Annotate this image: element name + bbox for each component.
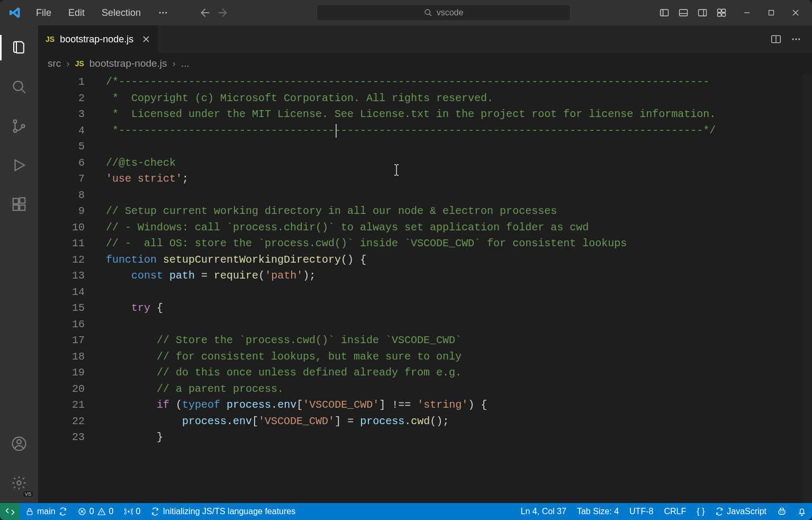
line-number: 10 — [38, 220, 85, 236]
activity-settings-icon[interactable]: VS — [6, 470, 32, 496]
line-number: 12 — [38, 252, 85, 268]
code-line[interactable]: //@ts-check — [106, 155, 812, 172]
customize-layout-icon[interactable] — [712, 5, 730, 20]
code-line[interactable] — [106, 187, 812, 204]
svg-rect-9 — [699, 10, 707, 16]
toggle-secondary-sidebar-icon[interactable] — [693, 5, 711, 20]
warning-icon — [97, 507, 106, 516]
code-line[interactable]: /*--------------------------------------… — [106, 74, 812, 91]
window-minimize-icon[interactable] — [735, 0, 759, 25]
svg-rect-16 — [769, 11, 774, 15]
window-close-icon[interactable] — [783, 0, 808, 25]
text-editor[interactable]: 1234567891011121314151617181920212223 /*… — [38, 74, 812, 503]
status-remote-icon[interactable] — [0, 503, 20, 520]
lock-icon — [25, 507, 34, 516]
code-line[interactable]: *---------------------------------------… — [106, 123, 812, 139]
menu-file[interactable]: File — [30, 5, 58, 21]
tab-bootstrap-node-js[interactable]: JS bootstrap-node.js — [38, 25, 158, 53]
activity-accounts-icon[interactable] — [6, 431, 32, 456]
code-line[interactable]: // do this once unless defined already f… — [106, 365, 812, 381]
line-number: 18 — [38, 349, 85, 365]
breadcrumb-file[interactable]: bootstrap-node.js — [89, 58, 167, 69]
breadcrumb-src[interactable]: src — [48, 58, 61, 69]
tab-close-icon[interactable] — [142, 35, 150, 43]
svg-point-38 — [782, 512, 783, 513]
svg-rect-14 — [722, 13, 726, 16]
sync-icon — [715, 507, 724, 516]
svg-rect-23 — [20, 205, 25, 210]
error-icon — [78, 507, 86, 516]
code-line[interactable] — [106, 317, 812, 333]
status-cursor-position[interactable]: Ln 4, Col 37 — [516, 503, 572, 520]
code-line[interactable]: } — [106, 429, 812, 446]
line-number: 20 — [38, 381, 85, 398]
toggle-panel-icon[interactable] — [674, 5, 692, 20]
editor-content[interactable]: /*--------------------------------------… — [106, 74, 812, 446]
code-line[interactable]: function setupCurrentWorkingDirectory() … — [106, 252, 812, 268]
code-line[interactable]: const path = require('path'); — [106, 268, 812, 284]
status-eol[interactable]: CRLF — [658, 503, 691, 520]
code-line[interactable]: // - Windows: call `process.chdir()` to … — [106, 220, 812, 236]
code-line[interactable]: // Store the `process.cwd()` inside `VSC… — [106, 333, 812, 349]
code-line[interactable]: * Copyright (c) Microsoft Corporation. A… — [106, 91, 812, 107]
text-cursor — [336, 124, 337, 138]
activity-extensions-icon[interactable] — [6, 192, 32, 217]
activity-scm-icon[interactable] — [6, 113, 32, 139]
code-line[interactable]: // a parent process. — [106, 381, 812, 398]
code-line[interactable]: // Setup current working directory in al… — [106, 203, 812, 220]
menu-more-icon[interactable] — [151, 5, 175, 21]
breadcrumb-more[interactable]: ... — [181, 58, 190, 69]
code-line[interactable] — [106, 139, 812, 155]
status-problems[interactable]: 0 0 — [73, 503, 119, 520]
status-ports[interactable]: 0 — [119, 503, 146, 520]
error-count: 0 — [89, 507, 94, 516]
nav-back-icon[interactable] — [196, 4, 213, 21]
svg-rect-11 — [718, 9, 721, 12]
svg-point-0 — [159, 12, 161, 14]
code-line[interactable]: if (typeof process.env['VSCODE_CWD'] !==… — [106, 397, 812, 414]
nav-forward-icon[interactable] — [215, 4, 232, 21]
activity-explorer-icon[interactable] — [6, 35, 32, 60]
split-editor-icon[interactable] — [768, 31, 784, 48]
menu-selection[interactable]: Selection — [95, 5, 147, 21]
status-language-mode[interactable]: JavaScript — [710, 503, 772, 520]
tab-label: bootstrap-node.js — [60, 34, 133, 45]
line-number: 17 — [38, 333, 85, 349]
status-encoding[interactable]: UTF-8 — [624, 503, 658, 520]
toggle-primary-sidebar-icon[interactable] — [655, 5, 673, 20]
status-braces-icon[interactable]: { } — [691, 503, 710, 520]
code-line[interactable] — [106, 284, 812, 301]
command-center-search[interactable]: vscode — [317, 4, 571, 21]
activity-run-debug-icon[interactable] — [6, 153, 32, 178]
line-number: 3 — [38, 106, 85, 123]
status-git-branch[interactable]: main — [20, 503, 73, 520]
search-placeholder: vscode — [437, 8, 464, 17]
status-notifications-icon[interactable] — [792, 503, 812, 520]
ports-count: 0 — [136, 507, 141, 516]
code-line[interactable]: // - all OS: store the `process.cwd()` i… — [106, 236, 812, 252]
menu-edit[interactable]: Edit — [62, 5, 91, 21]
status-tab-size[interactable]: Tab Size: 4 — [572, 503, 624, 520]
status-language-init[interactable]: Initializing JS/TS language features — [146, 503, 301, 520]
svg-point-27 — [17, 481, 21, 485]
svg-rect-12 — [722, 9, 726, 12]
editor-group: JS bootstrap-node.js src › JS bootstrap-… — [38, 25, 812, 503]
code-line[interactable]: 'use strict'; — [106, 171, 812, 187]
code-line[interactable]: // for consistent lookups, but make sure… — [106, 349, 812, 365]
window-maximize-icon[interactable] — [759, 0, 783, 25]
code-line[interactable]: * Licensed under the MIT License. See Li… — [106, 106, 812, 123]
breadcrumbs[interactable]: src › JS bootstrap-node.js › ... — [38, 53, 812, 74]
svg-point-20 — [22, 124, 25, 128]
tab-bar: JS bootstrap-node.js — [38, 25, 812, 53]
svg-point-1 — [163, 12, 164, 14]
javascript-file-icon: JS — [46, 35, 55, 43]
line-number: 15 — [38, 300, 85, 317]
activity-bar: VS — [0, 25, 38, 503]
code-line[interactable]: try { — [106, 300, 812, 317]
vscode-logo-icon — [4, 6, 25, 19]
code-line[interactable]: process.env['VSCODE_CWD'] = process.cwd(… — [106, 414, 812, 430]
activity-search-icon[interactable] — [6, 74, 32, 100]
minimap[interactable] — [802, 74, 812, 503]
editor-more-icon[interactable] — [788, 31, 805, 48]
status-copilot-icon[interactable] — [772, 503, 792, 520]
